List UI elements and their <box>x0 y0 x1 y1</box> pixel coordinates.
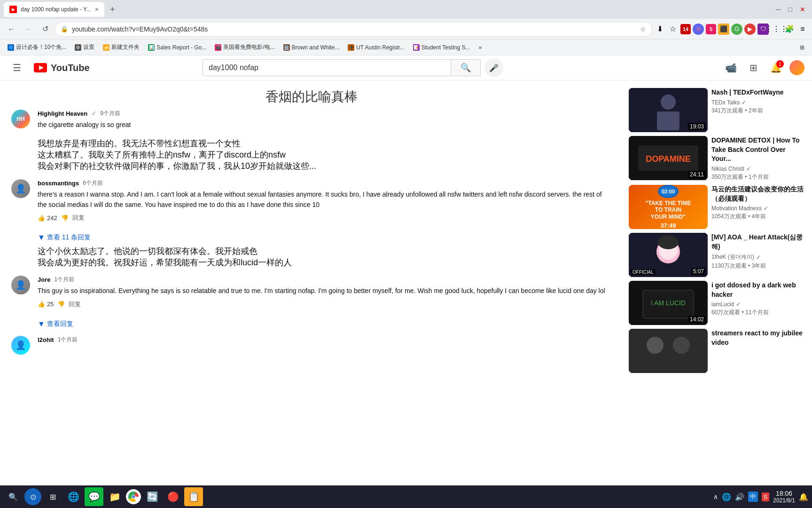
browser-menu-icon[interactable]: ≡ <box>797 24 808 35</box>
taskbar-task-view-btn[interactable]: ⊞ <box>43 487 62 506</box>
bookmark-design[interactable]: 🔷 设计必备！10个免... <box>4 42 70 53</box>
sidebar-video-streamers[interactable]: streamers react to my jubilee video <box>629 329 806 373</box>
search-btn[interactable]: 🔍 <box>451 60 480 76</box>
bookmark-brown[interactable]: 🏦 Brown and White... <box>280 43 343 52</box>
comments-section: HH Highlight Heaven ✓ 9个月前 the cigarette… <box>0 110 623 355</box>
input-method-icon[interactable]: S <box>762 492 770 501</box>
ext-puzzle-icon[interactable]: 🧩 <box>784 24 795 35</box>
new-tab-btn[interactable]: + <box>106 3 119 16</box>
sidebar-video-ddos[interactable]: I AM LUCID 14:02 i got ddosed by a dark … <box>629 281 806 325</box>
ext-icon1[interactable]: ⬛ <box>718 24 729 35</box>
main-area: 香烟的比喻真棒 HH Highlight Heaven ✓ 9个月前 the c… <box>0 80 623 485</box>
sidebar-nash-channel: TEDx Talks ✓ <box>711 99 806 106</box>
bookmark-settings-icon: ⚙ <box>75 44 81 51</box>
comment-jore-reply-btn[interactable]: 回复 <box>69 300 81 309</box>
taskbar-yellow-btn[interactable]: 📋 <box>184 487 203 506</box>
taskbar-rotation-btn[interactable]: 🔄 <box>143 487 162 506</box>
bookmark-movies[interactable]: 🎬 美国看免费电影/电... <box>211 42 278 53</box>
create-video-btn[interactable]: 📹 <box>722 58 741 77</box>
bookmark-star-icon[interactable]: ☆ <box>667 24 679 35</box>
chevron-up-icon[interactable]: ∧ <box>713 493 718 500</box>
yt-logo[interactable]: YouTube <box>34 63 90 73</box>
comment-l2o-body: l2ohit 1个月前 <box>38 336 612 355</box>
bookmark-grid-btn[interactable]: ⊞ <box>796 43 808 52</box>
taskbar-chrome-btn[interactable] <box>126 489 141 504</box>
comment-l2o: 👤 l2ohit 1个月前 <box>11 336 612 355</box>
comment-bm: 👤 bossmantings 6个月前 there's a reason I w… <box>11 179 612 222</box>
taskbar-edge-btn[interactable]: 🌐 <box>64 487 83 506</box>
bookmark-sales-icon: 📊 <box>148 44 155 51</box>
sidebar-video-aoa[interactable]: OFFICIAL 5:07 [MV] AOA _ Heart Attack(심쿵… <box>629 233 806 277</box>
dopamine-channel-name: Niklas Christl <box>711 166 744 172</box>
taskbar-files-btn[interactable]: 📁 <box>105 487 124 506</box>
comment-jore-dislike-btn[interactable]: 👎 <box>57 301 65 308</box>
bm-replies-toggle[interactable]: ▼ 查看 11 条回复 <box>38 233 612 242</box>
back-btn[interactable]: ← <box>4 22 19 37</box>
avatar-jore[interactable]: 👤 <box>11 276 30 294</box>
taskbar-wechat-btn[interactable]: 💬 <box>85 487 103 506</box>
bookmark-sales[interactable]: 📊 Sales Report - Go... <box>144 43 210 52</box>
comment-jore-like-btn[interactable]: 👍 25 <box>38 301 54 308</box>
notifications-btn[interactable]: 🔔 1 <box>767 58 786 77</box>
ext-play-icon[interactable]: ▶ <box>744 24 756 35</box>
ext-discord-icon[interactable]: 👾 <box>693 24 704 35</box>
maximize-btn[interactable]: □ <box>786 4 795 15</box>
chevron-down-icon2: ▼ <box>38 320 45 328</box>
chinese-input-icon[interactable]: 中 <box>748 492 758 502</box>
thumb-dopamine-duration: 24:11 <box>688 171 706 178</box>
sidebar-nash-title: Nash | TEDxFortWayne <box>711 88 806 97</box>
cn-overlay-jore: 这个小伙太励志了。他说的一切我都深有体会。我开始戒色 我会成为更好的我。祝我好运… <box>38 246 612 268</box>
svg-point-21 <box>132 495 135 498</box>
network-icon[interactable]: 🌐 <box>722 492 731 501</box>
sidebar-video-dopamine[interactable]: DOPAMINE 24:11 DOPAMINE DETOX | How To T… <box>629 136 806 181</box>
comment-jore-author[interactable]: Jore <box>38 276 50 283</box>
avatar-bm[interactable]: 👤 <box>11 179 30 198</box>
apps-grid-btn[interactable]: ⊞ <box>744 58 763 77</box>
nash-channel-name: TEDx Talks <box>711 99 740 106</box>
comment-hh: HH Highlight Heaven ✓ 9个月前 the cigarette… <box>11 110 612 130</box>
comment-bm-like-btn[interactable]: 👍 242 <box>38 214 57 222</box>
volume-icon[interactable]: 🔊 <box>735 492 744 501</box>
aoa-verified-icon: ✓ <box>756 254 761 261</box>
bookmarks-more-btn[interactable]: » <box>475 43 486 52</box>
hamburger-menu-btn[interactable]: ☰ <box>8 58 26 77</box>
sidebar-aoa-title: [MV] AOA _ Heart Attack(심쿵해) <box>711 233 806 251</box>
close-btn[interactable]: ✕ <box>797 4 808 15</box>
ext-apps-icon[interactable]: ⋮⋮⋮ <box>771 24 782 35</box>
notifications-tray-icon[interactable]: 🔔 <box>799 492 808 501</box>
address-bar[interactable]: 🔒 youtube.com/watch?v=EMuy9AvO2q0&t=548s… <box>55 22 652 37</box>
ext-5-badge[interactable]: 5 <box>706 24 716 34</box>
user-avatar[interactable] <box>789 60 804 75</box>
active-tab[interactable]: ▶ day 1000 nofap update - Y... × <box>4 2 104 17</box>
forward-btn[interactable]: → <box>21 22 36 37</box>
comment-hh-author[interactable]: Highlight Heaven <box>38 110 87 117</box>
tab-favicon: ▶ <box>9 6 17 13</box>
comment-bm-author[interactable]: bossmantings <box>38 180 79 187</box>
ext-14-badge[interactable]: 14 <box>680 24 691 34</box>
ext-green-icon[interactable]: G <box>731 24 742 35</box>
sidebar-video-nash[interactable]: 19:03 Nash | TEDxFortWayne TEDx Talks ✓ … <box>629 88 806 132</box>
comment-bm-reply-btn[interactable]: 回复 <box>72 214 85 222</box>
bookmark-student[interactable]: 📝 Student Testing S... <box>409 43 474 52</box>
download-icon[interactable]: ⬇ <box>654 24 665 35</box>
bookmark-design-icon: 🔷 <box>8 44 14 51</box>
chevron-down-icon: ▼ <box>38 233 45 242</box>
bookmark-ut[interactable]: 🎓 UT Austin Registr... <box>344 43 408 52</box>
minimize-btn[interactable]: ─ <box>773 4 784 15</box>
search-input[interactable] <box>203 60 451 76</box>
comment-l2o-author[interactable]: l2ohit <box>38 336 54 343</box>
taskbar-red-btn[interactable]: 🔴 <box>164 487 182 506</box>
taskbar-cortana-btn[interactable]: ⊙ <box>24 488 41 505</box>
sidebar-video-train[interactable]: 02:00 "TAKE THE TIMETO TRAINYOUR MIND" 3… <box>629 185 806 229</box>
taskbar-search-btn[interactable]: 🔍 <box>4 487 23 506</box>
taskbar-clock[interactable]: 18:06 2021/8/1 <box>773 490 795 504</box>
avatar-hh[interactable]: HH <box>11 110 30 128</box>
tab-close-btn[interactable]: × <box>95 6 99 13</box>
jore-replies-toggle[interactable]: ▼ 查看回复 <box>38 320 612 328</box>
comment-bm-dislike-btn[interactable]: 👎 <box>61 214 69 222</box>
avatar-l2o[interactable]: 👤 <box>11 336 30 355</box>
reload-btn[interactable]: ↺ <box>38 22 53 37</box>
bookmark-folder[interactable]: 📁 新建文件夹 <box>99 42 143 53</box>
bookmark-settings[interactable]: ⚙ 设置 <box>71 42 98 53</box>
mic-btn[interactable]: 🎤 <box>484 58 503 77</box>
